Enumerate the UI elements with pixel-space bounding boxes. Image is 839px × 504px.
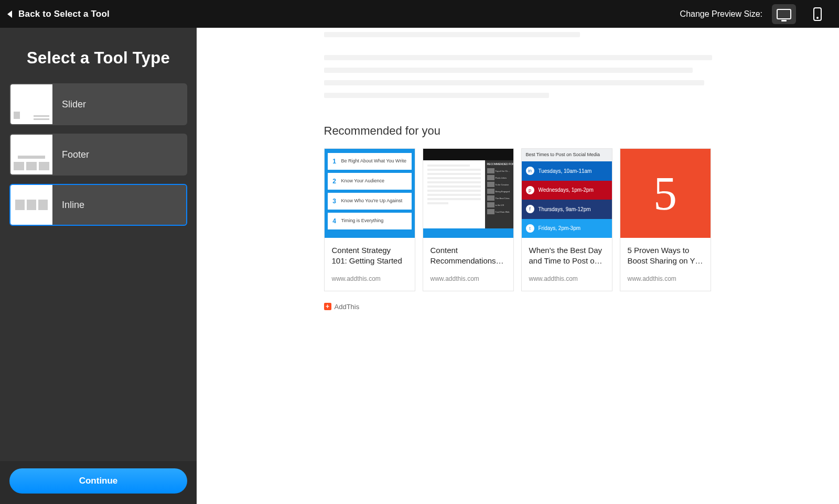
caret-left-icon [7, 10, 12, 18]
tool-option-label: Slider [52, 99, 86, 110]
sidebar-title: Select a Tool Type [9, 49, 187, 68]
mobile-icon [813, 7, 822, 21]
preview-pane: Recommended for you 1Be Right About What… [197, 28, 839, 504]
desktop-icon [777, 9, 791, 19]
addthis-plus-icon: + [324, 303, 331, 310]
preview-page: Recommended for you 1Be Right About What… [324, 28, 712, 504]
card-title: When's the Best Day and Time to Post o… [529, 245, 605, 267]
tool-option-footer[interactable]: Footer [9, 134, 187, 176]
preview-size-group: Change Preview Size: [680, 4, 830, 24]
tool-option-label: Footer [52, 149, 89, 160]
preview-mobile-button[interactable] [805, 4, 830, 24]
slider-thumbnail-icon [10, 84, 52, 124]
tool-option-label: Inline [52, 200, 84, 211]
preview-desktop-button[interactable] [772, 4, 796, 24]
recommendation-card[interactable]: 5 5 Proven Ways to Boost Sharing on Y… w… [620, 148, 711, 291]
card-title: Content Strategy 101: Getting Started [332, 245, 407, 267]
recommendation-cards: 1Be Right About What You Write 2Know You… [324, 148, 712, 291]
card-source: www.addthis.com [332, 275, 407, 282]
inline-thumbnail-icon [10, 185, 52, 225]
sidebar-footer: Continue [0, 461, 197, 504]
linkedin-icon: in [526, 167, 534, 175]
skeleton-text [324, 32, 712, 37]
addthis-label: AddThis [335, 303, 360, 311]
tool-option-inline[interactable]: Inline [9, 184, 187, 226]
card-source: www.addthis.com [628, 275, 703, 282]
footer-thumbnail-icon [10, 135, 52, 174]
card-title: 5 Proven Ways to Boost Sharing on Y… [628, 245, 703, 267]
back-link[interactable]: Back to Select a Tool [7, 9, 110, 19]
card-image: 5 [620, 149, 711, 238]
card-image: Best Times to Post on Social Media inTue… [522, 149, 612, 238]
addthis-badge[interactable]: + AddThis [324, 303, 712, 311]
card-source: www.addthis.com [529, 275, 605, 282]
skeleton-text [324, 55, 712, 98]
recommended-heading: Recommended for you [324, 124, 712, 138]
recommendation-card[interactable]: 1Be Right About What You Write 2Know You… [324, 148, 415, 291]
pinterest-icon: p [526, 186, 534, 194]
continue-button[interactable]: Continue [9, 468, 187, 494]
sidebar: Select a Tool Type Slider F [0, 28, 197, 504]
card-source: www.addthis.com [431, 275, 506, 282]
card-image: RECOMMENDED FOR YOU Top of the Ch… Posts… [423, 149, 513, 238]
top-bar: Back to Select a Tool Change Preview Siz… [0, 0, 839, 28]
twitter-icon: t [526, 224, 534, 233]
back-link-label: Back to Select a Tool [18, 9, 110, 19]
card-image: 1Be Right About What You Write 2Know You… [325, 149, 415, 238]
card-title: Content Recommendations… [431, 245, 506, 267]
tool-option-slider[interactable]: Slider [9, 83, 187, 125]
tool-type-list: Slider Footer Inline [9, 83, 187, 226]
recommendation-card[interactable]: Best Times to Post on Social Media inTue… [521, 148, 612, 291]
preview-size-label: Change Preview Size: [680, 9, 762, 19]
recommendation-card[interactable]: RECOMMENDED FOR YOU Top of the Ch… Posts… [423, 148, 514, 291]
facebook-icon: f [526, 205, 534, 213]
